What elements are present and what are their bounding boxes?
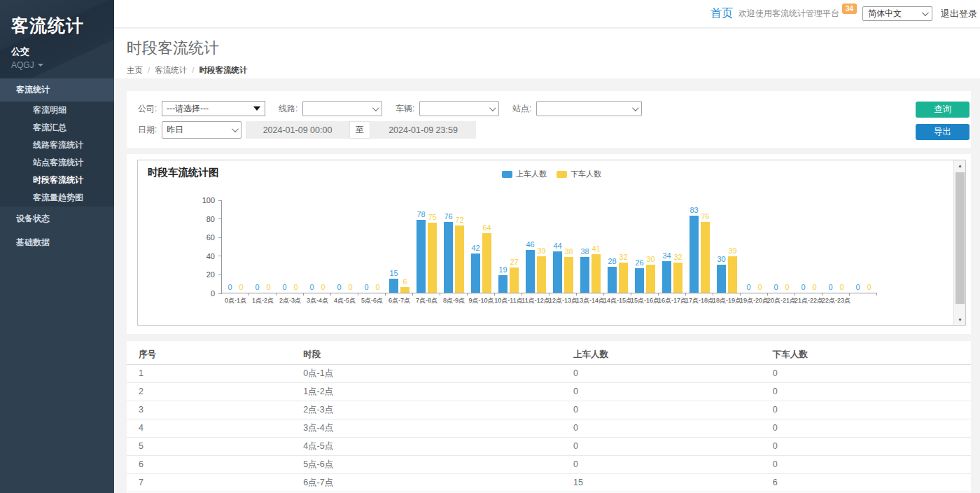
company-select-value: ---请选择--- bbox=[167, 103, 209, 115]
vehicle-label: 车辆: bbox=[396, 103, 416, 115]
table-cell: 6 bbox=[761, 473, 971, 492]
bar-value-label: 34 bbox=[662, 251, 671, 260]
filter-row-2: 日期: 昨日 2024-01-09 00:00 至 2024-01-09 23:… bbox=[138, 121, 960, 139]
station-select[interactable] bbox=[536, 101, 642, 116]
table-row: 76点-7点156 bbox=[127, 473, 971, 492]
bar-value-label: 0 bbox=[785, 283, 789, 291]
bar-value-label: 6 bbox=[402, 277, 407, 286]
bar-boarding bbox=[526, 250, 535, 293]
y-axis-tick bbox=[218, 218, 222, 219]
sidebar-item-flow-summary[interactable]: 客流汇总 bbox=[0, 119, 114, 137]
sidebar-item-passenger-flow-stats[interactable]: 客流统计 bbox=[0, 78, 114, 102]
table-header-row: 序号时段上车人数下车人数 bbox=[127, 345, 971, 364]
home-link[interactable]: 首页 bbox=[710, 6, 733, 21]
sidebar-item-period-flow-stats[interactable]: 时段客流统计 bbox=[0, 172, 114, 189]
y-axis-tick-label: 40 bbox=[206, 252, 215, 261]
period-stats-table: 序号时段上车人数下车人数 10点-1点0021点-2点0032点-3点0043点… bbox=[127, 345, 971, 492]
breadcrumb-item[interactable]: 客流统计 bbox=[155, 66, 187, 74]
bar-value-label: 0 bbox=[867, 283, 871, 291]
sidebar-item-base-data[interactable]: 基础数据 bbox=[0, 230, 114, 254]
x-axis-tick bbox=[822, 293, 822, 296]
bar-value-label: 0 bbox=[348, 283, 352, 291]
legend-item[interactable]: 下车人数 bbox=[556, 169, 601, 179]
bar-value-label: 0 bbox=[757, 283, 762, 291]
x-axis-category-label: 14点-15点 bbox=[603, 296, 632, 305]
x-axis-tick bbox=[412, 293, 413, 296]
bar-alighting bbox=[701, 222, 710, 293]
vehicle-select[interactable] bbox=[419, 101, 499, 116]
date-to-input[interactable]: 2024-01-09 23:59 bbox=[370, 121, 476, 139]
sidebar: 客流统计 公交 AQGJ 客流统计客流明细客流汇总线路客流统计站点客流统计时段客… bbox=[0, 0, 114, 493]
bar-boarding bbox=[580, 257, 589, 293]
sidebar-item-flow-detail[interactable]: 客流明细 bbox=[0, 102, 114, 119]
sidebar-item-station-flow-stats[interactable]: 站点客流统计 bbox=[0, 154, 114, 172]
bar-boarding bbox=[635, 268, 644, 293]
caret-down-icon bbox=[38, 64, 43, 67]
bar-value-label: 76 bbox=[701, 212, 709, 221]
bar-value-label: 0 bbox=[828, 283, 832, 291]
line-select[interactable] bbox=[302, 101, 382, 116]
y-axis-tick bbox=[218, 256, 222, 256]
x-axis-tick bbox=[658, 293, 659, 296]
filter-panel: 公司: ---请选择--- 线路: 车辆: 站点: 日期: 昨日 2024-01… bbox=[127, 91, 971, 148]
scrollbar-thumb[interactable] bbox=[955, 172, 965, 304]
bar-boarding bbox=[471, 254, 480, 293]
search-button[interactable]: 查询 bbox=[916, 102, 969, 118]
x-axis-category-label: 7点-8点 bbox=[416, 296, 438, 305]
x-axis-tick bbox=[549, 293, 550, 296]
sidebar-item-device-status[interactable]: 设备状态 bbox=[0, 207, 114, 230]
sidebar-item-line-flow-stats[interactable]: 线路客流统计 bbox=[0, 137, 114, 154]
bar-alighting bbox=[455, 225, 464, 293]
bar-alighting bbox=[564, 257, 573, 293]
breadcrumb-separator: / bbox=[148, 66, 150, 74]
app-logo: 客流统计 bbox=[11, 14, 114, 37]
company-select[interactable]: ---请选择--- bbox=[162, 101, 265, 116]
table-row: 43点-4点00 bbox=[127, 419, 971, 437]
x-axis-tick bbox=[794, 293, 795, 296]
bar-alighting bbox=[400, 287, 410, 293]
breadcrumb-item[interactable]: 主页 bbox=[127, 66, 143, 74]
chevron-down-icon bbox=[632, 104, 639, 111]
chevron-down-icon bbox=[489, 104, 496, 111]
table-cell: 6 bbox=[127, 455, 291, 473]
legend-item[interactable]: 上车人数 bbox=[502, 169, 547, 179]
bar-boarding bbox=[498, 275, 507, 293]
sidebar-item-flow-trend-chart[interactable]: 客流量趋势图 bbox=[0, 189, 114, 207]
y-axis-tick-label: 60 bbox=[206, 233, 215, 242]
x-axis-tick bbox=[876, 293, 877, 296]
y-axis-tick-label: 80 bbox=[206, 215, 215, 223]
org-code-dropdown[interactable]: AQGJ bbox=[11, 60, 114, 70]
scroll-up-icon[interactable]: ▲ bbox=[954, 160, 966, 171]
export-button[interactable]: 导出 bbox=[916, 124, 969, 140]
table-cell: 0 bbox=[761, 364, 971, 382]
bar-value-label: 0 bbox=[309, 283, 314, 291]
x-axis-category-label: 5点-6点 bbox=[361, 296, 383, 305]
x-axis-category-label: 20点-21点 bbox=[767, 296, 796, 305]
date-preset-select[interactable]: 昨日 bbox=[162, 121, 241, 139]
date-from-input[interactable]: 2024-01-09 00:00 bbox=[246, 121, 349, 139]
table-cell: 1点-2点 bbox=[291, 382, 561, 401]
bar-value-label: 15 bbox=[389, 269, 398, 277]
x-axis-tick bbox=[248, 293, 249, 296]
scroll-down-icon[interactable]: ▼ bbox=[954, 314, 966, 325]
bar-alighting bbox=[428, 223, 437, 293]
chart-title: 时段车流统计图 bbox=[148, 166, 219, 179]
chart-scrollbar[interactable]: ▲ ▼ bbox=[953, 160, 965, 325]
logout-link[interactable]: 退出登录 bbox=[941, 8, 977, 20]
bar-boarding bbox=[553, 251, 562, 293]
y-axis-tick-label: 0 bbox=[211, 289, 215, 298]
bar-value-label: 0 bbox=[227, 283, 232, 291]
table-header-cell: 上车人数 bbox=[561, 345, 761, 364]
bar-boarding bbox=[608, 267, 617, 293]
bar-value-label: 30 bbox=[646, 255, 654, 263]
bar-value-label: 78 bbox=[416, 210, 425, 218]
bar-value-label: 39 bbox=[537, 246, 545, 255]
language-select[interactable]: 简体中文 bbox=[862, 6, 932, 21]
legend-swatch bbox=[556, 171, 567, 178]
table-cell: 2 bbox=[127, 382, 291, 401]
table-cell: 0 bbox=[761, 437, 971, 455]
breadcrumb: 主页/客流统计/时段客流统计 bbox=[127, 65, 980, 76]
table-cell: 0 bbox=[561, 419, 761, 437]
org-name: 公交 bbox=[11, 46, 114, 58]
table-cell: 5 bbox=[127, 437, 291, 455]
